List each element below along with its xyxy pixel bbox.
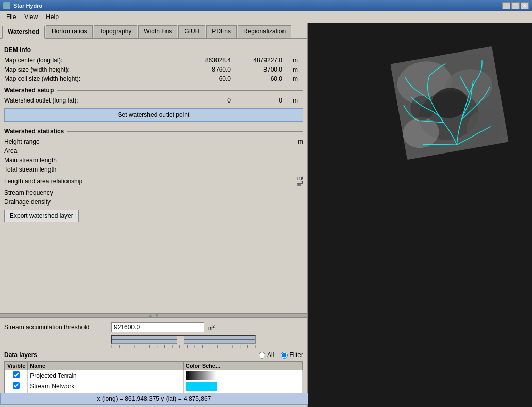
layer-color-1 bbox=[183, 370, 302, 381]
tab-horton-ratios[interactable]: Horton ratios bbox=[46, 25, 93, 38]
outlet-row: Watershed outlet (long lat): 0 0 m bbox=[4, 96, 303, 105]
map-size-height: 8700.0 bbox=[241, 66, 282, 73]
watershed-content: DEM Info Map center (long lat): 863028.4… bbox=[0, 39, 307, 313]
threshold-slider-container: ||||| ||||| ||||| ||||| bbox=[111, 335, 256, 348]
stream-freq-label: Stream frequency bbox=[4, 189, 282, 196]
set-outlet-button[interactable]: Set watershed outlet point bbox=[4, 108, 303, 122]
map-view bbox=[390, 46, 509, 160]
col-name: Name bbox=[28, 362, 184, 370]
export-watershed-button[interactable]: Export watershed layer bbox=[4, 210, 79, 222]
left-panel: Watershed Horton ratios Topography Width… bbox=[0, 23, 308, 407]
tab-watershed[interactable]: Watershed bbox=[2, 26, 45, 39]
threshold-unit: m2 bbox=[208, 324, 215, 331]
menu-view[interactable]: View bbox=[20, 12, 42, 22]
col-visible: Visible bbox=[5, 362, 28, 370]
radio-filter[interactable]: Filter bbox=[281, 351, 303, 359]
menu-help[interactable]: Help bbox=[42, 12, 63, 22]
drainage-density-row: Drainage density bbox=[4, 197, 303, 207]
window-controls: _ □ ✕ bbox=[502, 2, 529, 9]
app-title: Star Hydro bbox=[13, 3, 42, 9]
drainage-density-label: Drainage density bbox=[4, 198, 282, 206]
close-button[interactable]: ✕ bbox=[521, 2, 529, 9]
table-row: Stream Network bbox=[5, 381, 303, 392]
outlet-label: Watershed outlet (long lat): bbox=[4, 97, 107, 104]
layer-color-2 bbox=[183, 381, 302, 392]
height-range-label: Height range bbox=[4, 138, 282, 145]
map-size-width: 8760.0 bbox=[190, 66, 231, 73]
map-center-long: 863028.4 bbox=[190, 57, 231, 64]
slider-marks: ||||| ||||| ||||| ||||| bbox=[111, 344, 256, 348]
layer-visible-1[interactable] bbox=[5, 370, 28, 381]
tab-giuh[interactable]: GIUH bbox=[178, 25, 205, 38]
panel-divider[interactable]: ▲ ▼ bbox=[0, 313, 307, 317]
app-icon bbox=[3, 2, 10, 9]
radio-filter-label: Filter bbox=[289, 351, 303, 359]
outlet-lat: 0 bbox=[241, 97, 282, 104]
minimize-button[interactable]: _ bbox=[502, 2, 510, 9]
dem-info-title: DEM Info bbox=[4, 46, 303, 54]
cell-size-unit: m bbox=[293, 75, 303, 82]
cell-size-row: Map cell size (width height): 60.0 60.0 … bbox=[4, 74, 303, 83]
tab-pdfns[interactable]: PDFns bbox=[206, 25, 237, 38]
map-center-row: Map center (long lat): 863028.4 4879227.… bbox=[4, 56, 303, 65]
layer-visible-2[interactable] bbox=[5, 381, 28, 392]
data-layers-title: Data layers bbox=[4, 351, 37, 359]
radio-all-input[interactable] bbox=[259, 352, 265, 359]
tab-bar: Watershed Horton ratios Topography Width… bbox=[0, 23, 307, 39]
table-row: Projected Terrain bbox=[5, 370, 303, 381]
filter-radio-group: All Filter bbox=[259, 351, 303, 359]
layer-name-2: Stream Network bbox=[28, 381, 184, 392]
length-area-row: Length and area relationship m/m2 bbox=[4, 174, 303, 188]
status-bar: x (long) = 861,948.375 y (lat) = 4,875,8… bbox=[0, 393, 308, 405]
menu-file[interactable]: File bbox=[2, 12, 20, 22]
stream-freq-row: Stream frequency bbox=[4, 188, 303, 197]
title-bar: Star Hydro _ □ ✕ bbox=[0, 0, 532, 11]
threshold-input[interactable] bbox=[111, 322, 204, 332]
height-range-row: Height range m bbox=[4, 137, 303, 146]
threshold-slider[interactable] bbox=[111, 335, 256, 344]
tab-regionalization[interactable]: Regionalization bbox=[238, 25, 291, 38]
radio-all-label: All bbox=[267, 351, 274, 359]
threshold-row: Stream accumulation threshold m2 bbox=[4, 322, 303, 332]
radio-filter-input[interactable] bbox=[281, 352, 288, 359]
col-color: Color Sche... bbox=[183, 362, 302, 370]
layer-checkbox-1[interactable] bbox=[13, 371, 20, 378]
total-stream-label: Total stream length bbox=[4, 166, 282, 173]
cell-size-width: 60.0 bbox=[190, 75, 231, 82]
length-area-unit: m/m2 bbox=[282, 175, 303, 187]
tab-width-fns[interactable]: Width Fns bbox=[138, 25, 177, 38]
length-area-label: Length and area relationship bbox=[4, 178, 282, 185]
area-label: Area bbox=[4, 147, 282, 155]
map-size-row: Map size (width height): 8760.0 8700.0 m bbox=[4, 65, 303, 74]
data-layers-header: Data layers All Filter bbox=[4, 351, 303, 359]
map-panel bbox=[308, 23, 532, 407]
cell-size-height: 60.0 bbox=[241, 75, 282, 82]
cell-size-label: Map cell size (width height): bbox=[4, 75, 107, 82]
watershed-setup-title: Watershed setup bbox=[4, 87, 303, 94]
area-row: Area bbox=[4, 146, 303, 156]
height-range-unit: m bbox=[282, 138, 303, 145]
map-size-label: Map size (width height): bbox=[4, 66, 107, 73]
maximize-button[interactable]: □ bbox=[511, 2, 520, 9]
layer-checkbox-2[interactable] bbox=[13, 382, 20, 389]
watershed-stats-title: Watershed statistics bbox=[4, 128, 303, 135]
layer-name-1: Projected Terrain bbox=[28, 370, 184, 381]
total-stream-row: Total stream length bbox=[4, 165, 303, 174]
status-text: x (long) = 861,948.375 y (lat) = 4,875,8… bbox=[97, 395, 211, 402]
tab-topography[interactable]: Topography bbox=[94, 25, 138, 38]
map-center-lat: 4879227.0 bbox=[241, 57, 282, 64]
outlet-long: 0 bbox=[190, 97, 231, 104]
outlet-unit: m bbox=[293, 97, 303, 104]
map-center-unit: m bbox=[293, 57, 303, 64]
map-center-label: Map center (long lat): bbox=[4, 57, 107, 64]
threshold-label: Stream accumulation threshold bbox=[4, 324, 107, 331]
menu-bar: File View Help bbox=[0, 11, 532, 23]
main-stream-label: Main stream length bbox=[4, 157, 282, 164]
radio-all[interactable]: All bbox=[259, 351, 274, 359]
map-size-unit: m bbox=[293, 66, 303, 73]
main-stream-row: Main stream length bbox=[4, 156, 303, 165]
